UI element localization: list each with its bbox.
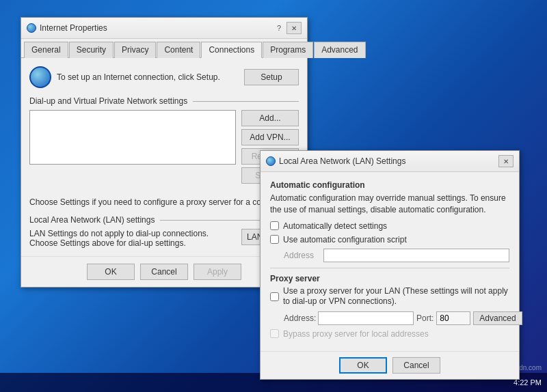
apply-button[interactable]: Apply <box>194 264 241 280</box>
bypass-label: Bypass proxy server for local addresses <box>283 329 429 339</box>
taskbar-time: 4:22 PM <box>513 378 542 387</box>
inet-props-title: Internet Properties <box>40 23 107 33</box>
tab-programs[interactable]: Programs <box>263 42 313 58</box>
proxy-port-input[interactable] <box>436 311 470 325</box>
inet-props-close-button[interactable]: ✕ <box>286 22 302 34</box>
address-label: Address <box>284 251 319 260</box>
lan-cancel-button[interactable]: Cancel <box>392 357 440 374</box>
add-button[interactable]: Add... <box>241 110 299 126</box>
lan-titlebar: Local Area Network (LAN) Settings ✕ <box>261 151 519 172</box>
proxy-address-label: Address: <box>284 313 315 323</box>
proxy-check-row: Use a proxy server for your LAN (These s… <box>270 286 509 307</box>
lan-row: LAN Settings do not apply to dial-up con… <box>29 229 299 248</box>
lan-dialog-title: Local Area Network (LAN) Settings <box>279 156 405 166</box>
lan-dialog-footer: OK Cancel <box>261 351 519 379</box>
lan-close-button[interactable]: ✕ <box>498 155 513 167</box>
cancel-button[interactable]: Cancel <box>140 264 188 280</box>
lan-text: LAN Settings do not apply to dial-up con… <box>29 229 236 248</box>
auto-detect-checkbox[interactable] <box>270 221 279 230</box>
proxy-hint-text: Choose Settings if you need to configure… <box>29 192 299 207</box>
address-input[interactable] <box>323 249 509 262</box>
setup-section: To set up an Internet connection, click … <box>29 66 299 88</box>
tabs-bar: General Security Privacy Content Connect… <box>21 39 307 58</box>
auto-script-checkbox[interactable] <box>270 235 279 244</box>
tab-connections[interactable]: Connections <box>201 42 262 58</box>
proxy-addr-row: Address: Port: Advanced <box>284 311 509 325</box>
globe-icon <box>29 66 51 88</box>
dialup-section-label: Dial-up and Virtual Private Network sett… <box>29 96 299 106</box>
lan-ie-icon <box>266 156 276 166</box>
help-button[interactable]: ? <box>273 22 285 34</box>
proxy-divider <box>270 268 509 268</box>
ie-icon <box>27 23 36 33</box>
lan-ok-button[interactable]: OK <box>339 357 387 374</box>
advanced-proxy-button[interactable]: Advanced <box>473 311 522 325</box>
lan-section: Local Area Network (LAN) settings LAN Se… <box>29 215 299 248</box>
lan-section-label: Local Area Network (LAN) settings <box>29 215 299 225</box>
proxy-checkbox[interactable] <box>270 292 279 301</box>
setup-text: To set up an Internet connection, click … <box>57 72 239 82</box>
proxy-section-title: Proxy server <box>270 274 509 283</box>
lan-settings-dialog: Local Area Network (LAN) Settings ✕ Auto… <box>260 150 520 380</box>
setup-button[interactable]: Setup <box>244 69 299 85</box>
address-field-row: Address <box>284 249 509 262</box>
vpn-list[interactable] <box>29 110 236 165</box>
proxy-address-input[interactable] <box>318 311 414 325</box>
tab-security[interactable]: Security <box>69 42 114 58</box>
auto-script-label: Use automatic configuration script <box>283 235 407 244</box>
tab-privacy[interactable]: Privacy <box>114 42 156 58</box>
auto-detect-label: Automatically detect settings <box>283 221 387 231</box>
proxy-check-label: Use a proxy server for your LAN (These s… <box>283 286 509 307</box>
bypass-checkbox[interactable] <box>270 329 279 338</box>
tab-general[interactable]: General <box>24 42 68 58</box>
auto-detect-row: Automatically detect settings <box>270 221 509 231</box>
tab-advanced[interactable]: Advanced <box>314 42 365 58</box>
ok-button[interactable]: OK <box>87 264 135 280</box>
add-vpn-button[interactable]: Add VPN... <box>241 129 299 145</box>
dialup-area: Add... Add VPN... Remove... Settings <box>29 110 299 184</box>
tab-content[interactable]: Content <box>157 42 200 58</box>
auto-config-title: Automatic configuration <box>270 180 509 190</box>
auto-config-desc: Automatic configuration may override man… <box>270 193 509 216</box>
auto-script-row: Use automatic configuration script <box>270 235 509 244</box>
lan-dialog-content: Automatic configuration Automatic config… <box>261 172 519 351</box>
inet-props-titlebar: Internet Properties ? ✕ <box>21 18 307 39</box>
proxy-port-label: Port: <box>416 313 433 323</box>
bypass-row: Bypass proxy server for local addresses <box>270 329 509 339</box>
